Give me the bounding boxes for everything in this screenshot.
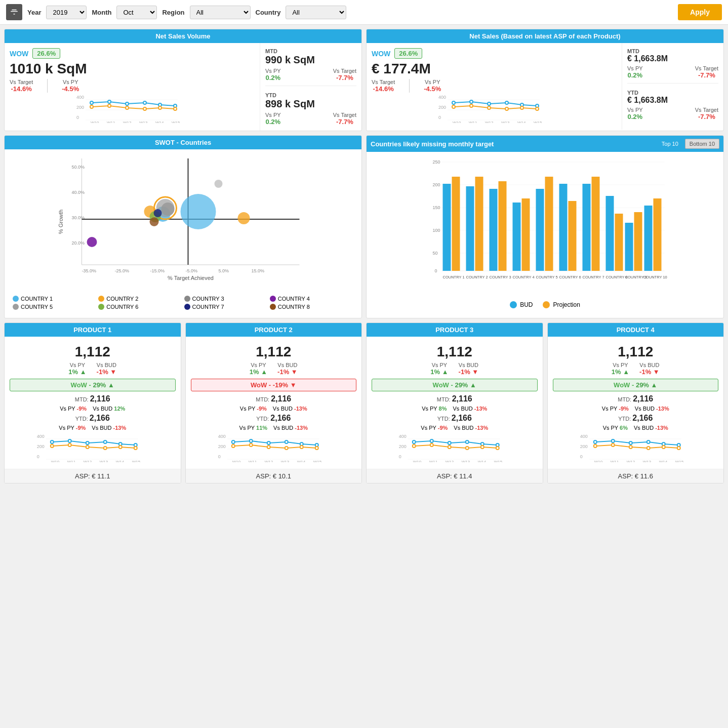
legend-label-c8: COUNTRY 8: [278, 304, 310, 310]
svg-point-127: [104, 440, 107, 443]
bottom10-button[interactable]: Bottom 10: [685, 139, 719, 149]
row-swot-missing: SWOT - Countries % Growth -35.0% -25.0% …: [4, 135, 724, 318]
product-asp-4: ASP: € 11.6: [548, 469, 724, 483]
missing-legend: BUD Projection: [371, 299, 719, 310]
svg-point-203: [611, 443, 614, 447]
svg-text:W14: W14: [297, 460, 305, 462]
legend-country3: COUNTRY 3: [184, 296, 268, 302]
svg-text:W14: W14: [517, 120, 526, 123]
svg-text:COUNTRY 3: COUNTRY 3: [490, 275, 511, 279]
ns-mini-chart: 400 200 0: [372, 93, 617, 123]
svg-text:100: 100: [433, 228, 440, 233]
svg-text:20.0%: 20.0%: [72, 240, 85, 246]
product-mtd-vs-2: Vs PY -9% Vs BUD -13%: [191, 406, 357, 412]
svg-text:W14: W14: [116, 460, 125, 462]
svg-point-154: [231, 444, 234, 448]
legend-dot-c7: [184, 304, 190, 310]
svg-text:W10: W10: [91, 120, 99, 123]
svg-point-33: [505, 101, 508, 104]
ns-vs-row: Vs Target -14.6% Vs PY -4.5%: [372, 79, 617, 93]
ns-ytd-vs-target: Vs Target -7.7%: [695, 107, 718, 120]
svg-text:W15: W15: [313, 460, 321, 462]
svg-text:200: 200: [438, 105, 446, 110]
legend-dot-c8: [270, 304, 276, 310]
nsv-ytd-block: YTD 898 k SqM Vs PY 0.2% Vs Target -7.7%: [265, 90, 356, 126]
svg-text:50.0%: 50.0%: [72, 165, 85, 170]
svg-text:400: 400: [218, 434, 225, 439]
product-vs-row-4: Vs PY 1% ▲ Vs BUD -1% ▼: [553, 362, 719, 376]
top10-button[interactable]: Top 10: [657, 139, 683, 149]
missing-body: 250 200 150 100 50 0: [367, 152, 723, 314]
nsv-mtd-vs-py-val: 0.2%: [265, 74, 280, 82]
legend-dot-c1: [13, 296, 19, 302]
legend-country5: COUNTRY 5: [13, 304, 96, 310]
svg-rect-102: [606, 196, 614, 271]
missing-header: Countries likely missing monthly target …: [367, 136, 723, 152]
svg-text:0: 0: [438, 115, 441, 120]
ns-ytd-value: € 1,663.8M: [627, 96, 718, 105]
month-label: Month: [92, 9, 111, 16]
svg-point-150: [267, 441, 270, 444]
product-ytd-4: YTD: 2,166: [553, 414, 719, 423]
svg-point-134: [119, 446, 122, 449]
region-select[interactable]: All: [190, 6, 251, 19]
product-ytd-3: YTD: 2,166: [372, 414, 538, 423]
product-vs-py-val-3: 1% ▲: [430, 368, 448, 376]
svg-text:50: 50: [433, 251, 438, 256]
nsv-vs-target-value: -14.6%: [11, 85, 32, 93]
svg-text:W11: W11: [469, 120, 477, 123]
svg-text:W15: W15: [132, 460, 141, 462]
svg-text:W13: W13: [462, 460, 470, 462]
svg-rect-101: [592, 177, 600, 271]
bud-legend-dot: [510, 301, 517, 308]
row-kpi: Net Sales Volume WOW 26.6% 1010 k SqM Vs…: [4, 29, 724, 131]
ns-mtd-vs-py-val: 0.2%: [627, 71, 642, 79]
svg-text:COUNTRY 8: COUNTRY 8: [606, 275, 628, 279]
product-mini-chart-1: 400 200 0 W10 W: [10, 432, 176, 462]
svg-text:W15: W15: [172, 120, 180, 123]
svg-text:COUNTRY 4: COUNTRY 4: [513, 275, 535, 279]
ns-ytd-vs-target-val: -7.7%: [698, 113, 715, 120]
legend-dot-c2: [98, 296, 104, 302]
svg-text:W10: W10: [51, 460, 60, 462]
legend-label-c6: COUNTRY 6: [106, 304, 138, 310]
nsv-mtd-vs-target: Vs Target -7.7%: [333, 68, 356, 82]
product-asp-3: ASP: € 11.4: [367, 469, 543, 483]
product-wow-3: WoW - 29% ▲: [372, 379, 538, 391]
svg-point-149: [249, 439, 252, 442]
main-content: Net Sales Volume WOW 26.6% 1010 k SqM Vs…: [0, 25, 728, 488]
svg-text:-15.0%: -15.0%: [150, 268, 165, 273]
nsv-mini-chart: 400 200 0: [10, 93, 255, 123]
nsv-mtd-value: 990 k SqM: [265, 54, 356, 66]
product-mtd-3: MTD: 2,116: [372, 394, 538, 403]
year-select[interactable]: 2019: [46, 6, 87, 19]
svg-rect-94: [513, 203, 521, 271]
legend-country8: COUNTRY 8: [270, 304, 353, 310]
svg-text:W13: W13: [642, 460, 651, 462]
svg-point-196: [593, 440, 596, 443]
nsv-ytd-vs-target-val: -7.7%: [336, 118, 353, 126]
apply-button[interactable]: Apply: [678, 4, 722, 20]
svg-text:200: 200: [399, 444, 407, 449]
svg-point-135: [134, 447, 137, 450]
top-bottom-buttons: Top 10 Bottom 10: [657, 139, 719, 149]
svg-rect-104: [625, 223, 633, 271]
nsv-vs-py: Vs PY -4.5%: [62, 79, 79, 93]
legend-label-c5: COUNTRY 5: [21, 304, 53, 310]
nsv-wow-badge: 26.6%: [32, 48, 60, 59]
legend-label-c3: COUNTRY 3: [192, 296, 224, 302]
svg-text:-5.0%: -5.0%: [186, 268, 198, 273]
nsv-vs-py-label: Vs PY: [63, 79, 78, 85]
ns-mtd-vs-target-val: -7.7%: [698, 71, 715, 79]
svg-text:W13: W13: [139, 120, 148, 123]
ns-ytd-label: YTD: [627, 90, 718, 96]
svg-point-67: [87, 237, 97, 247]
header: Year 2019 Month Oct Region All Country A…: [0, 0, 728, 25]
legend-label-c7: COUNTRY 7: [192, 304, 224, 310]
svg-text:0: 0: [580, 454, 582, 459]
country-select[interactable]: All: [286, 6, 346, 19]
ns-main-value: € 177.4M: [372, 61, 617, 77]
svg-text:W15: W15: [534, 120, 542, 123]
product-ytd-1: YTD: 2,166: [10, 414, 176, 423]
month-select[interactable]: Oct: [116, 6, 157, 19]
